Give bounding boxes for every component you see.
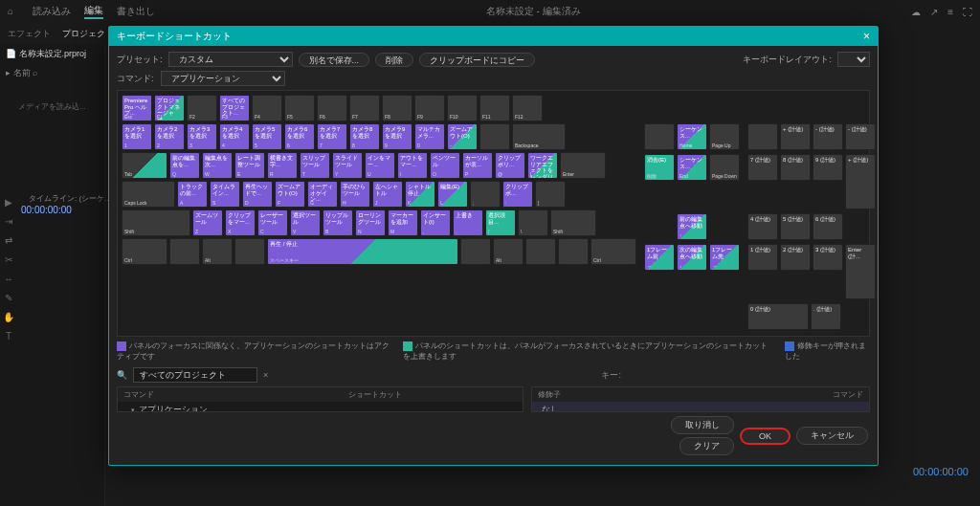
key[interactable]: 編集(E)L — [437, 181, 468, 208]
key[interactable]: F7 — [349, 95, 380, 121]
key[interactable]: 上書き. — [453, 209, 483, 236]
key[interactable] — [460, 238, 491, 265]
key[interactable]: トラックの前...A — [177, 181, 208, 208]
key[interactable]: 横書き文字...R — [267, 152, 298, 179]
undo-button[interactable]: 取り消し — [671, 416, 734, 434]
key[interactable]: 1フレーム前← — [644, 244, 675, 271]
key[interactable]: Ctrl — [590, 238, 636, 265]
key[interactable]: カメラ1を選択1 — [122, 123, 152, 150]
key[interactable]: 手のひらツールH — [340, 181, 370, 208]
key[interactable]: 7 (計値) — [747, 154, 778, 181]
copy-clipboard-button[interactable]: クリップボードにコピー — [419, 53, 535, 67]
key[interactable] — [747, 123, 778, 150]
key[interactable]: レーザーツールC — [257, 209, 288, 236]
save-as-button[interactable]: 別名で保存... — [299, 53, 370, 67]
menu-edit[interactable]: 編集 — [84, 4, 103, 19]
razor-tool-icon[interactable]: ✂ — [2, 253, 15, 266]
key[interactable]: 8 (計値) — [780, 154, 811, 181]
command-select[interactable]: アプリケーション — [161, 71, 285, 86]
key[interactable]: シャトル停止K — [405, 181, 435, 208]
key[interactable]: カメラ3を選択3 — [187, 123, 217, 150]
modifier-item[interactable]: なし — [532, 402, 869, 412]
key[interactable]: 1フレーム先→ — [709, 244, 740, 271]
ok-button[interactable]: OK — [740, 428, 791, 445]
key[interactable]: F5 — [284, 95, 315, 121]
key[interactable] — [644, 123, 675, 150]
track-tool-icon[interactable]: ⇥ — [2, 214, 15, 228]
key[interactable]: カメラ2を選択2 — [154, 123, 185, 150]
delete-button[interactable]: 削除 — [375, 53, 413, 67]
key[interactable] — [234, 238, 265, 265]
menu-icon[interactable]: ≡ — [947, 7, 953, 17]
hand-tool-icon[interactable]: ✋ — [2, 310, 15, 323]
key[interactable]: Page Down — [709, 154, 740, 181]
key[interactable]: 再生 / 停止スペースキー — [267, 238, 458, 265]
key[interactable]: 2 (計値) — [780, 244, 811, 271]
key[interactable]: - (計値) — [813, 123, 843, 150]
key[interactable]: ペンツールO — [430, 152, 460, 179]
key[interactable]: ; — [470, 181, 501, 208]
key[interactable]: Shift — [122, 209, 190, 236]
menu-export[interactable]: 書き出し — [117, 5, 155, 18]
key[interactable]: プロジェクトマネージャー...F1 — [154, 95, 185, 121]
key[interactable]: Caps Lock — [122, 181, 175, 208]
key[interactable]: Alt — [493, 238, 523, 265]
key[interactable]: 前の編集点へ移動↑ — [677, 213, 707, 240]
key[interactable] — [479, 123, 510, 150]
cloud-icon[interactable]: ☁ — [911, 7, 921, 17]
key[interactable]: \ — [518, 209, 548, 236]
key[interactable]: + (計値) — [845, 154, 876, 209]
key[interactable] — [525, 238, 556, 265]
key[interactable]: カーソルが表...P — [462, 152, 493, 179]
clear-search-icon[interactable]: × — [263, 370, 268, 380]
key[interactable]: マルチカメラ...0 — [414, 123, 445, 150]
key[interactable]: 3 (計値) — [813, 244, 843, 271]
key[interactable]: Enter — [560, 152, 606, 179]
key[interactable]: ] — [535, 181, 566, 208]
key[interactable]: Alt — [202, 238, 233, 265]
key[interactable]: カメラ7を選択7 — [317, 123, 347, 150]
key[interactable]: F12 — [512, 95, 543, 121]
key[interactable]: タイムライン...S — [210, 181, 240, 208]
key[interactable]: インサート(I), — [420, 209, 451, 236]
key[interactable]: ワークエリアエフェクトをレンダリング[ — [527, 152, 558, 179]
media-drop[interactable]: メディアを読み込... — [0, 82, 104, 131]
key[interactable]: すべてのプロジェクト...F3 — [219, 95, 250, 121]
key[interactable]: マーカーを追加M — [388, 209, 418, 236]
key[interactable]: カメラ9を選択9 — [382, 123, 412, 150]
key[interactable]: レート調整ツールE — [234, 152, 265, 179]
project-file[interactable]: 📄 名称未設定.prproj — [0, 44, 104, 64]
key[interactable]: F10 — [447, 95, 478, 121]
key[interactable] — [558, 238, 589, 265]
key[interactable]: インをマー...U — [365, 152, 395, 179]
key[interactable]: 前の編集点を...Q — [169, 152, 200, 179]
key[interactable]: Enter (計... — [845, 244, 876, 299]
preset-select[interactable]: カスタム — [168, 52, 293, 67]
key[interactable]: 選択項目.../ — [485, 209, 516, 236]
key[interactable]: . (計値) — [811, 303, 841, 330]
type-tool-icon[interactable]: T — [2, 329, 15, 342]
search-input[interactable] — [133, 367, 257, 383]
ripple-tool-icon[interactable]: ⇄ — [2, 233, 15, 247]
slip-tool-icon[interactable]: ↔ — [2, 272, 15, 285]
key[interactable]: ズームアウト(O)- — [447, 123, 478, 150]
cancel-button[interactable]: キャンセル — [796, 427, 868, 445]
tab-project[interactable]: プロジェクト — [62, 28, 114, 40]
key[interactable]: 5 (計値) — [780, 213, 811, 240]
clear-button[interactable]: クリア — [679, 437, 734, 455]
key[interactable]: 0 (計値) — [747, 303, 809, 330]
key[interactable]: アウトをマー...I — [397, 152, 428, 179]
key[interactable]: 再生ヘッドで...D — [242, 181, 273, 208]
key[interactable]: 編集点を次...W — [202, 152, 233, 179]
key[interactable]: F6 — [317, 95, 347, 121]
key[interactable]: リップルツールB — [323, 209, 353, 236]
key[interactable]: スライドツールY — [332, 152, 363, 179]
kb-layout-select[interactable]: ja — [837, 52, 870, 67]
key[interactable]: Premiere Pro ヘルプ...Esc — [122, 95, 152, 121]
key[interactable]: F4 — [252, 95, 282, 121]
key[interactable]: クリップボ...: — [502, 181, 533, 208]
key[interactable]: クリップボリ...@ — [495, 152, 525, 179]
home-icon[interactable]: ⌂ — [8, 6, 19, 17]
key[interactable]: カメラ5を選択5 — [252, 123, 282, 150]
fullscreen-icon[interactable]: ⛶ — [963, 7, 972, 17]
